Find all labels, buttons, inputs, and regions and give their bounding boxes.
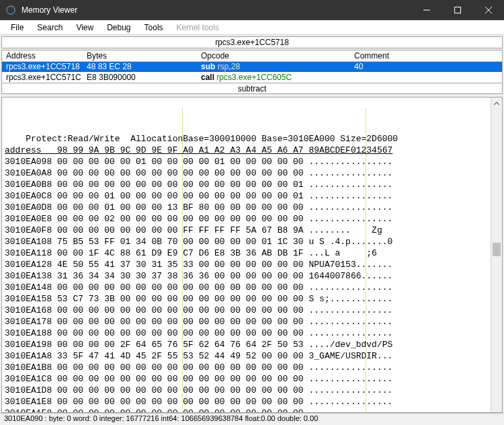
col-address[interactable]: Address [2, 50, 83, 61]
app-icon [5, 5, 16, 15]
menu-tools[interactable]: Tools [138, 22, 170, 34]
window-title: Memory Viewer [22, 5, 77, 15]
address-bar[interactable]: rpcs3.exe+1CC5718 [1, 36, 503, 48]
hex-marker-b [366, 109, 366, 413]
menu-view[interactable]: View [69, 22, 100, 34]
titlebar: Memory Viewer [0, 0, 504, 20]
disasm-row[interactable]: rpcs3.exe+1CC571CE8 3B090000call rpcs3.e… [2, 72, 502, 83]
cell-comment [350, 72, 502, 83]
col-bytes[interactable]: Bytes [83, 50, 197, 61]
disasm-row[interactable]: rpcs3.exe+1CC571848 83 EC 28sub rsp,2840 [2, 61, 502, 72]
hex-scrollbar[interactable] [491, 98, 502, 413]
cell-comment: 40 [350, 61, 502, 72]
disasm-hint: subtract [1, 83, 503, 94]
close-button[interactable] [473, 0, 504, 20]
hex-marker-a [182, 109, 183, 413]
svg-point-0 [7, 6, 15, 14]
cell-opcode: call rpcs3.exe+1CC605C [197, 72, 350, 83]
status-bar: 3010EA090 : byte: 0 word: 0 integer: 167… [0, 413, 504, 425]
menu-debug[interactable]: Debug [100, 22, 137, 34]
cell-bytes: 48 83 EC 28 [83, 61, 197, 72]
menu-search[interactable]: Search [30, 22, 69, 34]
scroll-thumb[interactable] [493, 243, 501, 256]
hex-pane[interactable]: Protect:Read/Write AllocationBase=300010… [1, 97, 503, 413]
maximize-button[interactable] [442, 0, 473, 20]
cell-opcode: sub rsp,28 [197, 61, 350, 72]
minimize-button[interactable] [411, 0, 442, 20]
svg-rect-2 [455, 7, 461, 13]
disassembly-pane[interactable]: Address Bytes Opcode Comment rpcs3.exe+1… [1, 50, 503, 83]
menu-kernel[interactable]: Kernel tools [170, 22, 226, 34]
cell-address: rpcs3.exe+1CC571C [2, 72, 83, 83]
scroll-up-icon[interactable] [491, 98, 502, 109]
col-comment[interactable]: Comment [350, 50, 502, 61]
menubar: File Search View Debug Tools Kernel tool… [0, 20, 504, 35]
col-opcode[interactable]: Opcode [197, 50, 350, 61]
cell-address: rpcs3.exe+1CC5718 [2, 61, 83, 72]
menu-file[interactable]: File [4, 22, 30, 34]
cell-bytes: E8 3B090000 [83, 72, 197, 83]
